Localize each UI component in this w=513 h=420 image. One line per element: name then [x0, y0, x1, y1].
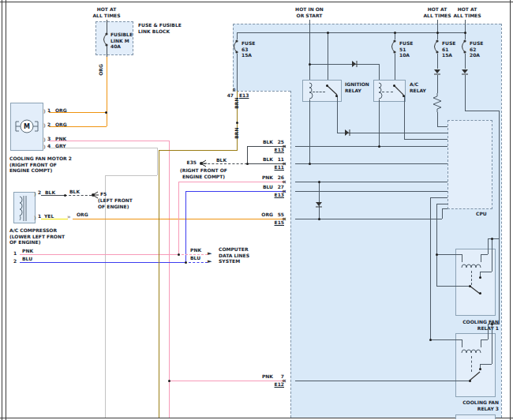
ground-location-label: (LEFT FRONT OF ENGINE) — [98, 197, 134, 209]
junction-dot — [318, 181, 320, 183]
wire-segment — [159, 150, 238, 151]
wire-segment — [295, 219, 442, 219]
wire-segment — [49, 141, 169, 141]
wire-color-label-brn: BRN — [234, 126, 240, 139]
junction-dot — [185, 261, 187, 264]
wire-segment — [510, 0, 511, 420]
wire-segment — [107, 57, 107, 126]
wire-segment — [105, 175, 157, 176]
ground-id-label: E35 — [178, 159, 197, 166]
junction-dot — [479, 368, 481, 370]
fuse-fusible-link-block-label: FUSE & FUSIBLE LINK BLOCK — [138, 22, 195, 34]
wire-color-label-org: ORG — [98, 63, 104, 76]
wire-segment — [337, 133, 447, 133]
relay-coil-icon — [306, 82, 313, 99]
arrow-right-icon: ► — [208, 258, 212, 264]
junction-dot — [464, 32, 466, 34]
junction-dot — [335, 95, 338, 97]
wire-segment — [492, 324, 492, 364]
fuse-icon — [233, 39, 241, 54]
junction-dot — [479, 276, 481, 279]
diode-icon — [351, 60, 358, 68]
wire-segment — [20, 262, 185, 263]
conn-row-name: E13 — [239, 92, 252, 99]
wire-segment — [313, 92, 325, 92]
fuse-icon — [461, 39, 469, 54]
wire-segment — [480, 364, 492, 365]
wire-segment — [319, 182, 320, 219]
wire-segment — [0, 418, 513, 418]
junction-dot — [178, 253, 180, 256]
connector-icon: « — [282, 377, 286, 384]
hot-at-all-times-label: HOT AT ALL TIMES — [450, 6, 485, 18]
cpu-label: CPU — [476, 211, 492, 217]
fuse-icon — [391, 39, 399, 54]
fusible-link-icon — [103, 32, 110, 47]
fusible-link-label: FUSIBLE LINK M 40A — [110, 32, 139, 50]
wire-segment — [295, 191, 447, 192]
wire-segment — [436, 204, 437, 286]
junction-dot — [309, 163, 311, 165]
motor-icon: M — [14, 115, 39, 137]
wire-segment — [465, 54, 466, 69]
relay-coil-icon — [461, 261, 481, 269]
ground-location-label: (RIGHT FRONT OF ENGINE COMPT) — [175, 167, 232, 179]
wire-segment — [295, 381, 470, 381]
conn-row-color: PNK — [253, 373, 273, 380]
wire-segment — [442, 208, 443, 219]
junction-dot — [469, 380, 471, 382]
wire-segment — [185, 191, 186, 262]
wire-color-label: PNK — [22, 248, 33, 254]
junction-box-edge — [501, 24, 502, 418]
wire-segment — [404, 139, 447, 140]
wire-segment — [237, 32, 238, 39]
connector-icon: « — [282, 159, 286, 167]
junction-dot — [64, 194, 66, 197]
fuse-label: FUSE 61 15A — [442, 40, 461, 58]
junction-dot — [236, 122, 238, 124]
junction-dot — [403, 95, 405, 97]
junction-dot — [429, 339, 432, 341]
wire-segment — [65, 195, 92, 196]
wire-segment — [337, 96, 338, 133]
wire-segment — [204, 163, 247, 164]
junction-dot — [436, 253, 438, 256]
wire-color-label: ORG — [77, 212, 88, 218]
wire-segment — [499, 111, 500, 324]
junction-dot — [105, 111, 107, 114]
wire-segment — [437, 112, 438, 126]
wire-segment — [178, 182, 286, 182]
compressor-caption: A/C COMPRESSOR (LOWER LEFT FRONT OF ENGI… — [9, 227, 76, 246]
wire-segment — [295, 146, 447, 147]
wire-segment — [49, 126, 107, 127]
cpu-box — [447, 120, 492, 209]
wire-segment — [328, 32, 328, 85]
compressor-coil-icon — [16, 194, 28, 223]
wire-segment — [107, 46, 107, 57]
junction-dot — [327, 32, 329, 34]
wire-color-label-brn: BRN — [234, 96, 240, 109]
wire-segment — [295, 163, 447, 164]
wire-segment — [107, 20, 107, 33]
wire-segment — [465, 111, 500, 111]
fuse-label: FUSE 62 20A — [470, 40, 489, 58]
wire-segment — [430, 339, 462, 340]
resistor-icon — [432, 93, 442, 112]
pin-connector-icon: ) — [43, 144, 46, 149]
wire-segment — [105, 175, 106, 418]
conn-row-color: ORG — [253, 212, 273, 218]
splice-icon: » — [67, 214, 71, 220]
wire-segment — [169, 141, 170, 418]
diode-icon — [315, 201, 323, 208]
wire-segment — [488, 238, 500, 239]
wire-segment — [2, 0, 2, 420]
connector-icon: « — [282, 187, 286, 195]
junction-dot — [309, 63, 311, 66]
wire-segment — [471, 356, 472, 372]
wire-segment — [157, 148, 158, 175]
wire-segment — [237, 54, 238, 91]
wire-segment — [159, 150, 159, 418]
ignition-relay-label: IGNITION RELAY — [345, 81, 376, 93]
fuse-label: FUSE 51 10A — [399, 40, 418, 58]
relay-coil-icon — [376, 82, 382, 99]
